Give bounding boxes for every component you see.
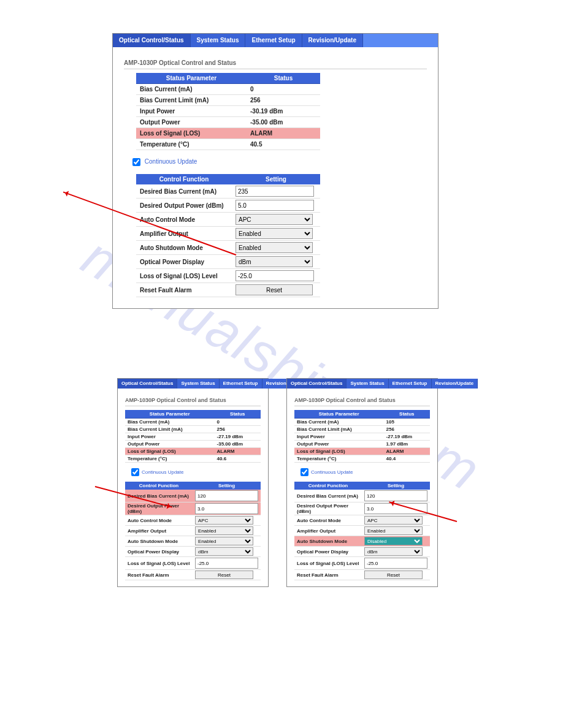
th-fn: Control Function bbox=[136, 174, 232, 184]
small-panel-2: Optical Control/Status System Status Eth… bbox=[286, 378, 438, 587]
label-bias-limit: Bias Current Limit (mA) bbox=[136, 95, 247, 106]
val-input-power: -30.19 dBm bbox=[247, 106, 320, 117]
s1-val-output: -35.00 dBm bbox=[215, 441, 261, 448]
val-los: ALARM bbox=[247, 128, 320, 139]
s2-tab-optical[interactable]: Optical Control/Status bbox=[287, 379, 347, 389]
s1-select-amp[interactable]: Enabled bbox=[195, 526, 253, 535]
s2-tab-revision[interactable]: Revision/Update bbox=[432, 379, 478, 389]
s2-select-disp[interactable]: dBm bbox=[364, 547, 423, 556]
s2-tab-ethernet[interactable]: Ethernet Setup bbox=[389, 379, 432, 389]
small-panel-1: Optical Control/Status System Status Eth… bbox=[117, 378, 269, 587]
label-des-out: Desired Output Power (dBm) bbox=[136, 199, 232, 213]
s2-val-los: ALARM bbox=[384, 448, 430, 455]
tab-bar: Optical Control/Status System Status Eth… bbox=[113, 34, 438, 47]
s1-title: AMP-1030P Optical Control and Status bbox=[125, 397, 261, 406]
s1-val-bias-limit: 256 bbox=[215, 426, 261, 433]
label-bias: Bias Current (mA) bbox=[136, 84, 247, 95]
page-title: AMP-1030P Optical Control and Status bbox=[124, 59, 427, 69]
s1-select-mode[interactable]: APC bbox=[195, 516, 253, 525]
s1-val-input: -27.19 dBm bbox=[215, 433, 261, 441]
label-reset: Reset Fault Alarm bbox=[136, 283, 232, 297]
s2-continuous-update[interactable]: Continuous Update bbox=[298, 466, 430, 478]
s2-reset-button[interactable]: Reset bbox=[364, 571, 423, 579]
label-amp: Amplifier Output bbox=[136, 227, 232, 241]
val-bias: 0 bbox=[247, 84, 320, 95]
s1-tab-system[interactable]: System Status bbox=[177, 379, 219, 389]
th-status: Status bbox=[247, 73, 320, 84]
select-asd[interactable]: Enabled bbox=[236, 242, 313, 253]
input-des-out[interactable] bbox=[236, 200, 314, 211]
s1-val-los: ALARM bbox=[215, 448, 261, 455]
s2-select-amp[interactable]: Enabled bbox=[364, 526, 423, 535]
label-temp: Temperature (°C) bbox=[136, 139, 247, 150]
input-des-bias[interactable] bbox=[236, 186, 314, 197]
s1-continuous-update[interactable]: Continuous Update bbox=[129, 466, 261, 478]
continuous-update-checkbox[interactable] bbox=[132, 158, 140, 166]
label-los: Loss of Signal (LOS) bbox=[136, 128, 247, 139]
select-disp[interactable]: dBm bbox=[236, 256, 313, 267]
s2-select-asd[interactable]: Disabled bbox=[364, 537, 423, 545]
s2-val-input: -27.19 dBm bbox=[384, 433, 430, 441]
label-losl: Loss of Signal (LOS) Level bbox=[136, 269, 232, 283]
s2-val-temp: 40.4 bbox=[384, 455, 430, 463]
s1-tab-optical[interactable]: Optical Control/Status bbox=[118, 379, 177, 389]
s1-select-asd[interactable]: Enabled bbox=[195, 537, 253, 545]
select-amp[interactable]: Enabled bbox=[236, 228, 313, 239]
continuous-update[interactable]: Continuous Update bbox=[130, 156, 427, 168]
label-input-power: Input Power bbox=[136, 106, 247, 117]
s2-val-bias-limit: 256 bbox=[384, 426, 430, 433]
tab-optical[interactable]: Optical Control/Status bbox=[113, 34, 191, 47]
s2-val-bias: 105 bbox=[384, 419, 430, 426]
s1-val-temp: 40.6 bbox=[215, 455, 261, 463]
s1-input-out[interactable] bbox=[195, 503, 258, 514]
s1-ctrl-table: Control FunctionSetting Desired Bias Cur… bbox=[125, 482, 261, 580]
th-set: Setting bbox=[232, 174, 320, 184]
tab-revision[interactable]: Revision/Update bbox=[302, 34, 363, 47]
val-bias-limit: 256 bbox=[247, 95, 320, 106]
val-temp: 40.5 bbox=[247, 139, 320, 150]
s1-reset-button[interactable]: Reset bbox=[195, 571, 253, 579]
s2-select-mode[interactable]: APC bbox=[364, 516, 423, 525]
status-table: Status Parameter Status Bias Current (mA… bbox=[136, 73, 320, 150]
reset-button[interactable]: Reset bbox=[236, 284, 313, 295]
s2-input-losl[interactable] bbox=[364, 558, 427, 569]
s2-ctrl-table: Control FunctionSetting Desired Bias Cur… bbox=[294, 482, 430, 580]
s1-select-disp[interactable]: dBm bbox=[195, 547, 253, 556]
s2-status-table: Status ParameterStatus Bias Current (mA)… bbox=[294, 410, 430, 463]
val-output-power: -35.00 dBm bbox=[247, 117, 320, 128]
s1-input-losl[interactable] bbox=[195, 558, 258, 569]
tab-spacer bbox=[363, 34, 438, 47]
th-param: Status Parameter bbox=[136, 73, 247, 84]
s2-input-bias[interactable] bbox=[364, 490, 427, 501]
s1-status-table: Status ParameterStatus Bias Current (mA)… bbox=[125, 410, 261, 463]
s1-val-bias: 0 bbox=[215, 419, 261, 426]
s1-input-bias[interactable] bbox=[195, 490, 258, 501]
label-output-power: Output Power bbox=[136, 117, 247, 128]
label-des-bias: Desired Bias Current (mA) bbox=[136, 184, 232, 199]
s2-title: AMP-1030P Optical Control and Status bbox=[294, 397, 430, 406]
s2-tab-system[interactable]: System Status bbox=[347, 379, 388, 389]
continuous-update-label: Continuous Update bbox=[145, 158, 197, 165]
main-panel: Optical Control/Status System Status Eth… bbox=[112, 33, 439, 309]
s1-tab-ethernet[interactable]: Ethernet Setup bbox=[220, 379, 262, 389]
tab-ethernet[interactable]: Ethernet Setup bbox=[245, 34, 302, 47]
s2-val-output: 1.97 dBm bbox=[384, 441, 430, 448]
select-mode[interactable]: APC bbox=[236, 214, 313, 225]
input-losl[interactable] bbox=[236, 270, 314, 281]
control-table: Control Function Setting Desired Bias Cu… bbox=[136, 174, 320, 297]
label-disp: Optical Power Display bbox=[136, 255, 232, 269]
tab-system[interactable]: System Status bbox=[191, 34, 246, 47]
